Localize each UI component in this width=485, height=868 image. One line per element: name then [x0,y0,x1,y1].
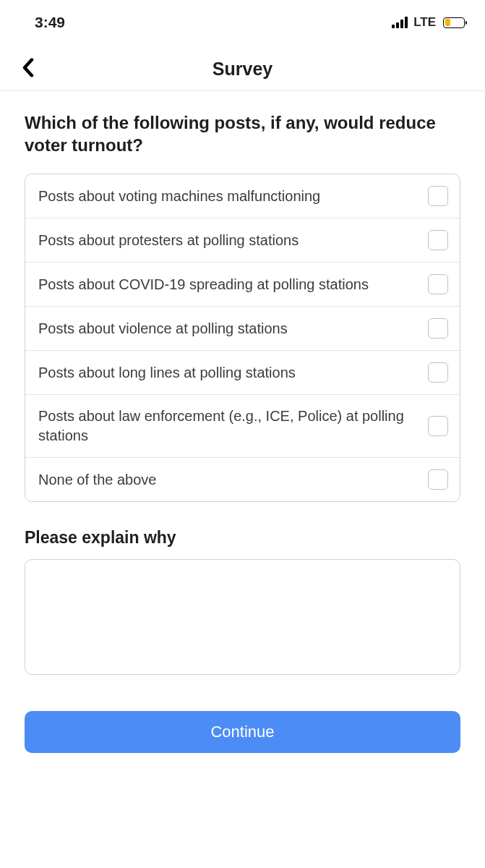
checkbox[interactable] [428,362,448,383]
survey-content: Which of the following posts, if any, wo… [0,91,485,753]
option-label: Posts about COVID-19 spreading at pollin… [38,275,418,294]
explain-textarea[interactable] [25,559,460,675]
option-label: None of the above [38,470,418,490]
options-list: Posts about voting machines malfunctioni… [25,174,460,502]
option-row[interactable]: Posts about long lines at polling statio… [25,351,460,395]
option-row[interactable]: Posts about protesters at polling statio… [25,218,460,263]
checkbox[interactable] [428,469,448,490]
option-row[interactable]: Posts about violence at polling stations [25,307,460,351]
option-label: Posts about law enforcement (e.g., ICE, … [38,407,418,446]
option-label: Posts about violence at polling stations [38,319,418,339]
network-label: LTE [413,15,436,30]
option-label: Posts about protesters at polling statio… [38,231,418,250]
back-button[interactable] [17,54,39,85]
option-label: Posts about voting machines malfunctioni… [38,187,418,206]
chevron-left-icon [22,58,35,77]
option-row[interactable]: Posts about COVID-19 spreading at pollin… [25,263,460,307]
nav-bar: Survey [0,48,485,91]
status-indicators: LTE [392,15,465,30]
checkbox[interactable] [428,230,448,250]
signal-icon [392,17,408,28]
explain-label: Please explain why [25,528,460,548]
page-title: Survey [213,59,272,80]
option-row[interactable]: Posts about law enforcement (e.g., ICE, … [25,395,460,458]
checkbox[interactable] [428,186,448,206]
option-label: Posts about long lines at polling statio… [38,363,418,383]
status-time: 3:49 [35,14,65,31]
battery-icon [443,17,465,28]
checkbox[interactable] [428,274,448,294]
continue-button[interactable]: Continue [25,711,460,753]
option-row[interactable]: None of the above [25,458,460,501]
status-bar: 3:49 LTE [0,0,485,41]
option-row[interactable]: Posts about voting machines malfunctioni… [25,174,460,218]
question-text: Which of the following posts, if any, wo… [25,111,460,156]
checkbox[interactable] [428,318,448,339]
checkbox[interactable] [428,416,448,436]
